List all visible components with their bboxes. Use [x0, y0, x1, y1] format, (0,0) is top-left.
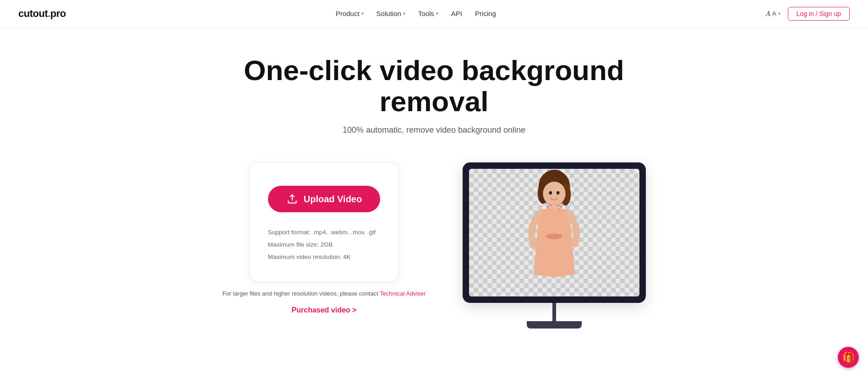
- chevron-down-icon: ▾: [436, 11, 438, 16]
- chevron-down-icon: ▾: [403, 11, 405, 16]
- monitor-body: [463, 162, 646, 303]
- format-info: Support format: .mp4, .webm, .mov, .gif: [268, 226, 380, 238]
- monitor-stand: [552, 303, 556, 321]
- lang-label: A: [772, 10, 776, 17]
- hero-title: One-click video background removal: [228, 55, 640, 117]
- upload-video-button[interactable]: Upload Video: [268, 186, 380, 212]
- chevron-down-icon: ▾: [361, 11, 364, 16]
- size-info: Maximum file size: 2GB: [268, 238, 380, 251]
- nav-pricing[interactable]: Pricing: [475, 10, 496, 17]
- larger-files-notice: For larger files and higher resolution v…: [222, 290, 426, 297]
- gift-button[interactable]: 🎁: [838, 347, 859, 365]
- upload-card: Upload Video Support format: .mp4, .webm…: [249, 162, 399, 282]
- logo[interactable]: cutout.pro: [18, 8, 66, 20]
- upload-section: Upload Video Support format: .mp4, .webm…: [222, 162, 426, 314]
- svg-point-10: [530, 240, 537, 249]
- nav-links: Product ▾ Solution ▾ Tools ▾ API Pricing: [336, 10, 496, 17]
- resolution-info: Maximum video resolution: 4K: [268, 251, 380, 263]
- person-figure: [507, 169, 601, 296]
- svg-point-11: [571, 238, 579, 248]
- nav-api[interactable]: API: [451, 10, 462, 17]
- monitor-display: [463, 162, 646, 329]
- hero-subtitle: 100% automatic, remove video background …: [343, 125, 525, 135]
- monitor-screen: [469, 169, 639, 296]
- content-row: Upload Video Support format: .mp4, .webm…: [159, 162, 709, 329]
- svg-point-9: [546, 234, 562, 240]
- nav-tools[interactable]: Tools ▾: [418, 10, 438, 17]
- purchased-video-link[interactable]: Purchased video >: [292, 306, 357, 314]
- translate-icon: 𝐴: [766, 9, 770, 18]
- main-content: One-click video background removal 100% …: [0, 27, 868, 365]
- svg-point-5: [543, 182, 565, 206]
- nav-right: 𝐴 A ▾ Log in / Sign up: [766, 7, 850, 21]
- gift-icon: 🎁: [842, 351, 855, 363]
- file-info: Support format: .mp4, .webm, .mov, .gif …: [268, 226, 380, 263]
- svg-point-6: [549, 191, 552, 194]
- nav-solution[interactable]: Solution ▾: [377, 10, 405, 17]
- nav-product[interactable]: Product ▾: [336, 10, 364, 17]
- upload-icon: [286, 193, 298, 205]
- navbar: cutout.pro Product ▾ Solution ▾ Tools ▾ …: [0, 0, 868, 27]
- monitor-base: [527, 321, 582, 329]
- svg-point-7: [557, 191, 560, 194]
- login-button[interactable]: Log in / Sign up: [788, 7, 850, 21]
- language-button[interactable]: 𝐴 A ▾: [766, 9, 781, 18]
- technical-adviser-link[interactable]: Technical Adviser: [380, 290, 426, 297]
- chevron-down-icon: ▾: [778, 11, 781, 16]
